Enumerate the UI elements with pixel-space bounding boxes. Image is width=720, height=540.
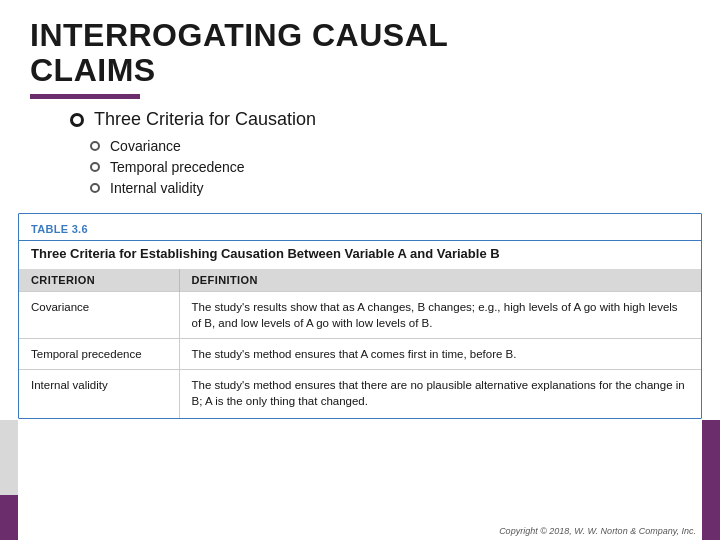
table-label-row: TABLE 3.6: [19, 214, 701, 241]
sub-label-2: Temporal precedence: [110, 159, 245, 175]
cell-criterion-1: Covariance: [19, 291, 179, 338]
cell-criterion-3: Internal validity: [19, 370, 179, 419]
title-line2: CLAIMS: [30, 53, 690, 88]
sub-bullet-internal: Internal validity: [90, 180, 690, 196]
main-bullet-item: Three Criteria for Causation: [70, 109, 690, 130]
side-block-right: [702, 420, 720, 540]
table-label: TABLE 3.6: [31, 223, 88, 235]
sub-circle-1: [90, 141, 100, 151]
sub-circle-3: [90, 183, 100, 193]
col-header-definition: DEFINITION: [179, 269, 701, 292]
cell-definition-2: The study's method ensures that A comes …: [179, 339, 701, 370]
sub-label-1: Covariance: [110, 138, 181, 154]
table-title: Three Criteria for Establishing Causatio…: [19, 241, 701, 269]
cell-criterion-2: Temporal precedence: [19, 339, 179, 370]
col-header-criterion: CRITERION: [19, 269, 179, 292]
copyright: Copyright © 2018, W. W. Norton & Company…: [499, 526, 696, 536]
data-table: CRITERION DEFINITION Covariance The stud…: [19, 269, 701, 418]
accent-line: [30, 94, 140, 99]
cell-definition-3: The study's method ensures that there ar…: [179, 370, 701, 419]
table-row: Internal validity The study's method ens…: [19, 370, 701, 419]
sub-bullet-covariance: Covariance: [90, 138, 690, 154]
sub-bullet-list: Covariance Temporal precedence Internal …: [30, 134, 690, 205]
cell-definition-1: The study's results show that as A chang…: [179, 291, 701, 338]
sub-label-3: Internal validity: [110, 180, 203, 196]
corner-block-left: [0, 495, 18, 540]
main-bullet-label: Three Criteria for Causation: [94, 109, 316, 130]
table-row: Covariance The study's results show that…: [19, 291, 701, 338]
table-header-row: CRITERION DEFINITION: [19, 269, 701, 292]
main-title: INTERROGATING CAUSAL CLAIMS: [30, 18, 690, 88]
table-row: Temporal precedence The study's method e…: [19, 339, 701, 370]
sub-circle-2: [90, 162, 100, 172]
title-line1: INTERROGATING CAUSAL: [30, 17, 448, 53]
page-container: INTERROGATING CAUSAL CLAIMS Three Criter…: [0, 0, 720, 540]
main-bullet-list: Three Criteria for Causation: [30, 109, 690, 130]
table-section: TABLE 3.6 Three Criteria for Establishin…: [18, 213, 702, 419]
header: INTERROGATING CAUSAL CLAIMS Three Criter…: [0, 0, 720, 205]
sub-bullet-temporal: Temporal precedence: [90, 159, 690, 175]
bullet-circle-large: [70, 113, 84, 127]
